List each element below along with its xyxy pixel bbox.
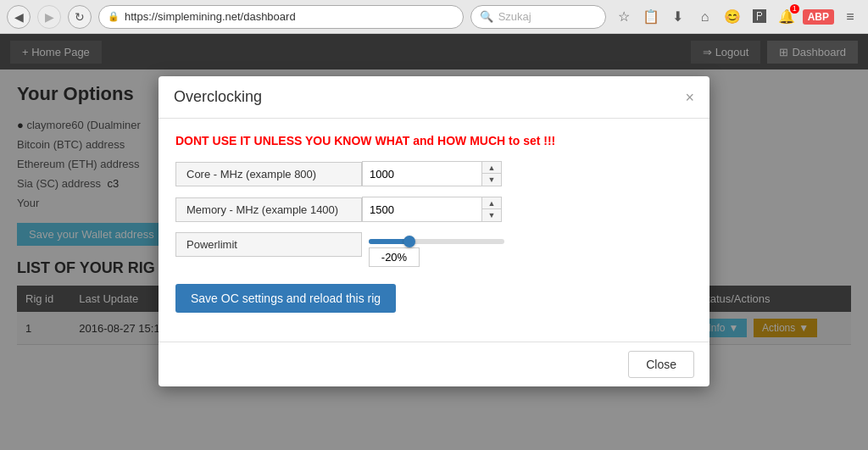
- pocket-icon[interactable]: 🅿: [748, 6, 771, 28]
- modal-footer: Close: [159, 342, 709, 386]
- powerlimit-slider-container: -20%: [362, 232, 511, 270]
- memory-mhz-down[interactable]: ▼: [482, 209, 501, 221]
- modal-close-button[interactable]: ×: [685, 90, 694, 105]
- core-mhz-spinner: ▲ ▼: [481, 162, 501, 186]
- browser-chrome: ◀ ▶ ↻ 🔒 https://simplemining.net/dashboa…: [0, 0, 868, 34]
- notification-icon[interactable]: 🔔 1: [776, 6, 798, 28]
- powerlimit-slider-track[interactable]: [369, 239, 504, 244]
- browser-toolbar-icons: ☆ 📋 ⬇ ⌂ 😊 🅿 🔔 1 ABP ≡: [613, 6, 861, 28]
- search-bar[interactable]: 🔍 Szukaj: [470, 5, 606, 29]
- core-mhz-up[interactable]: ▲: [482, 162, 501, 174]
- powerlimit-label: Powerlimit: [175, 232, 362, 257]
- powerlimit-row: Powerlimit -20%: [175, 232, 693, 270]
- memory-mhz-row: Memory - MHz (example 1400) ▲ ▼: [175, 197, 693, 222]
- core-mhz-input-wrap: ▲ ▼: [362, 161, 502, 186]
- emoji-icon[interactable]: 😊: [721, 6, 743, 28]
- home-icon[interactable]: ⌂: [694, 6, 716, 28]
- core-mhz-row: Core - MHz (example 800) ▲ ▼: [175, 161, 693, 186]
- page-background: + Home Page ⇒ Logout ⊞ Dashboard Your Op…: [0, 34, 868, 450]
- modal-header: Overclocking ×: [159, 76, 709, 119]
- core-mhz-down[interactable]: ▼: [482, 174, 501, 186]
- refresh-button[interactable]: ↻: [68, 5, 92, 29]
- url-bar[interactable]: 🔒 https://simplemining.net/dashboard: [98, 5, 464, 29]
- modal-overlay: Overclocking × DONT USE IT UNLESS YOU KN…: [0, 34, 868, 450]
- powerlimit-slider-thumb[interactable]: [403, 236, 415, 247]
- back-button[interactable]: ◀: [7, 5, 31, 29]
- notification-badge: 1: [790, 4, 799, 14]
- abp-button[interactable]: ABP: [803, 9, 834, 25]
- download-icon[interactable]: ⬇: [667, 6, 689, 28]
- search-placeholder: Szukaj: [498, 10, 531, 23]
- save-oc-button[interactable]: Save OC settings and reload this rig: [175, 284, 396, 313]
- core-mhz-input[interactable]: [363, 163, 481, 186]
- close-button[interactable]: Close: [628, 351, 694, 378]
- forward-button[interactable]: ▶: [37, 5, 61, 29]
- memory-mhz-input[interactable]: [363, 198, 481, 221]
- modal-body: DONT USE IT UNLESS YOU KNOW WHAT and HOW…: [159, 119, 709, 342]
- memory-mhz-label: Memory - MHz (example 1400): [175, 197, 362, 222]
- lock-icon: 🔒: [108, 11, 120, 22]
- memory-mhz-spinner: ▲ ▼: [481, 197, 501, 221]
- powerlimit-value: -20%: [369, 247, 420, 267]
- modal-title: Overclocking: [174, 88, 262, 106]
- core-mhz-label: Core - MHz (example 800): [175, 162, 362, 186]
- memory-mhz-up[interactable]: ▲: [482, 197, 501, 209]
- overclocking-modal: Overclocking × DONT USE IT UNLESS YOU KN…: [159, 76, 709, 386]
- bookmark-icon[interactable]: ☆: [613, 6, 635, 28]
- menu-icon[interactable]: ≡: [839, 6, 861, 28]
- warning-text: DONT USE IT UNLESS YOU KNOW WHAT and HOW…: [175, 134, 693, 147]
- memory-mhz-input-wrap: ▲ ▼: [362, 197, 502, 222]
- search-icon: 🔍: [480, 10, 493, 23]
- history-icon[interactable]: 📋: [640, 6, 662, 28]
- url-text: https://simplemining.net/dashboard: [125, 10, 296, 23]
